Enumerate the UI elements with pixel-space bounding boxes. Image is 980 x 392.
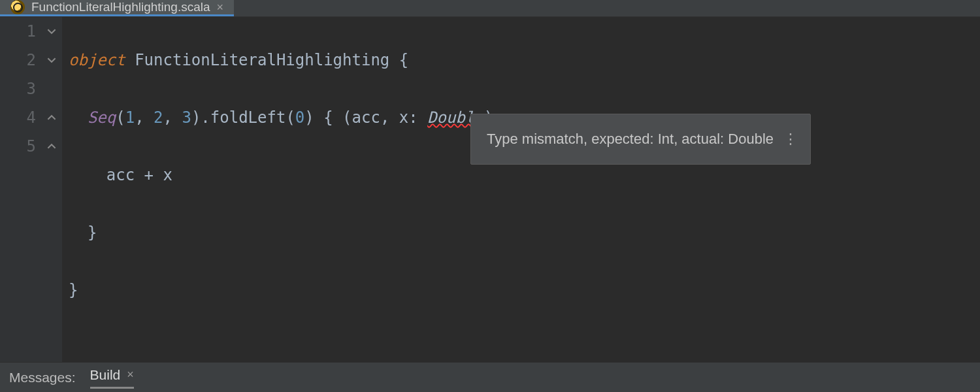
line-number: 5 bbox=[0, 132, 36, 161]
file-tab-label: FunctionLiteralHighlighting.scala bbox=[31, 0, 210, 14]
error-tooltip: Type mismatch, expected: Int, actual: Do… bbox=[470, 114, 811, 165]
close-icon[interactable]: × bbox=[127, 368, 134, 382]
editor-tabbar: FunctionLiteralHighlighting.scala × bbox=[0, 0, 980, 17]
gutter: 1 2 3 4 5 bbox=[0, 17, 62, 362]
more-icon[interactable]: ⋮ bbox=[783, 125, 798, 154]
panel-tabbar: Messages: Build × bbox=[0, 363, 980, 392]
fold-icon[interactable] bbox=[45, 111, 58, 124]
messages-panel: Messages: Build × i >> ! Error:(3, 5) ty… bbox=[0, 362, 980, 392]
line-number: 2 bbox=[0, 46, 36, 74]
line-number: 4 bbox=[0, 103, 36, 132]
file-tab[interactable]: FunctionLiteralHighlighting.scala × bbox=[0, 0, 234, 16]
line-number: 1 bbox=[0, 17, 36, 46]
messages-label: Messages: bbox=[9, 370, 76, 385]
code-line: } bbox=[69, 218, 980, 247]
tab-build[interactable]: Build × bbox=[90, 367, 134, 389]
tooltip-text: Type mismatch, expected: Int, actual: Do… bbox=[487, 131, 774, 147]
fold-icon[interactable] bbox=[45, 54, 58, 67]
code-area[interactable]: object FunctionLiteralHighlighting { Seq… bbox=[62, 17, 980, 362]
tab-build-label: Build bbox=[90, 367, 121, 383]
fold-icon[interactable] bbox=[45, 140, 58, 153]
code-line: acc + x bbox=[69, 161, 980, 189]
code-line: } bbox=[69, 276, 980, 304]
fold-icon[interactable] bbox=[45, 25, 58, 38]
close-icon[interactable]: × bbox=[217, 1, 224, 14]
code-line: object FunctionLiteralHighlighting { bbox=[69, 46, 980, 74]
line-number: 3 bbox=[0, 74, 36, 103]
scala-file-icon bbox=[10, 0, 25, 14]
code-editor[interactable]: 1 2 3 4 5 object FunctionLiteralHighligh… bbox=[0, 17, 980, 362]
